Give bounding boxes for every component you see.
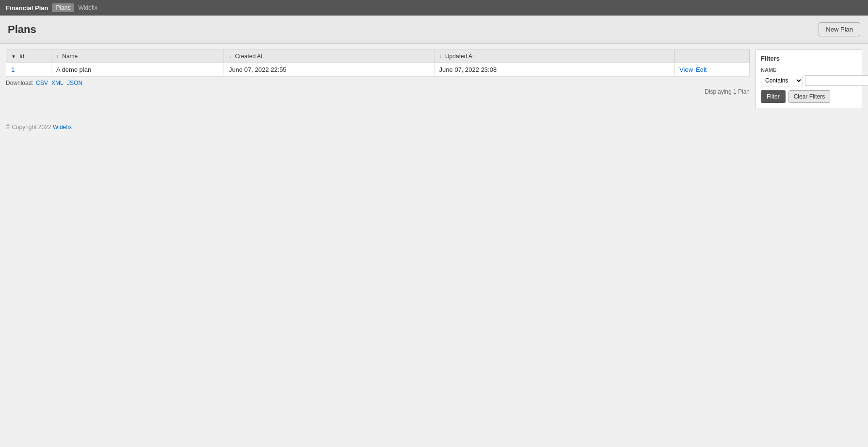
action-links: ViewEdit (679, 66, 744, 73)
download-csv[interactable]: CSV (36, 80, 48, 86)
col-header-id[interactable]: ▼ Id (6, 50, 51, 63)
filters-panel: Filters NAME Contains Equals Starts with… (755, 50, 862, 108)
clear-filters-button[interactable]: Clear Filters (788, 90, 831, 103)
filter-buttons: Filter Clear Filters (761, 90, 857, 103)
displaying-text: Displaying 1 Plan (705, 88, 750, 95)
edit-link[interactable]: Edit (696, 66, 707, 73)
table-row: 1A demo planJune 07, 2022 22:55June 07, … (6, 63, 750, 77)
col-header-updated-at[interactable]: ↕ Updated At (434, 50, 675, 63)
expand-icon: ▼ (11, 54, 16, 59)
widefix-footer-link[interactable]: Widefix (53, 124, 72, 131)
col-header-created-at[interactable]: ↕ Created At (224, 50, 434, 63)
download-xml[interactable]: XML (51, 80, 64, 86)
app-title: Financial Plan (6, 4, 48, 12)
col-id-label: Id (19, 53, 24, 60)
page-header: Plans New Plan (0, 16, 868, 44)
sort-icon-name: ↕ (56, 54, 59, 59)
filter-name-row: Contains Equals Starts with Ends with (761, 75, 857, 86)
cell-created-at: June 07, 2022 22:55 (224, 63, 434, 77)
col-header-name[interactable]: ↕ Name (51, 50, 224, 63)
table-section: ▼ Id ↕ Name ↕ Created At ↕ Updated At (6, 50, 750, 108)
page-title: Plans (8, 23, 36, 36)
page-footer: © Copyright 2022 Widefix (0, 114, 868, 140)
plans-table: ▼ Id ↕ Name ↕ Created At ↕ Updated At (6, 50, 750, 77)
download-json[interactable]: JSON (67, 80, 82, 86)
displaying-count: Displaying 1 Plan (6, 88, 750, 95)
row-id-link[interactable]: 1 (11, 66, 15, 73)
cell-actions: ViewEdit (675, 63, 750, 77)
filter-name-label: NAME (761, 67, 857, 73)
download-row: Download: CSV XML JSON (6, 80, 750, 86)
sort-icon-created: ↕ (229, 54, 231, 59)
cell-updated-at: June 07, 2022 23:08 (434, 63, 675, 77)
filters-title: Filters (761, 55, 857, 62)
sort-icon-updated: ↕ (439, 54, 442, 59)
copyright-text: © Copyright 2022 (6, 124, 51, 131)
new-plan-button[interactable]: New Plan (819, 22, 860, 36)
widefix-link[interactable]: Widefix (78, 4, 97, 11)
filter-contains-select[interactable]: Contains Equals Starts with Ends with (761, 75, 803, 86)
cell-id: 1 (6, 63, 51, 77)
download-label: Download: (6, 80, 33, 86)
main-content: ▼ Id ↕ Name ↕ Created At ↕ Updated At (0, 44, 868, 114)
cell-name: A demo plan (51, 63, 224, 77)
col-updated-label: Updated At (445, 53, 474, 60)
plans-badge[interactable]: Plans (52, 3, 74, 12)
table-header-row: ▼ Id ↕ Name ↕ Created At ↕ Updated At (6, 50, 750, 63)
filter-name-input[interactable] (805, 75, 868, 86)
col-created-label: Created At (235, 53, 262, 60)
col-name-label: Name (62, 53, 78, 60)
col-header-actions (675, 50, 750, 63)
topbar: Financial Plan Plans Widefix (0, 0, 868, 16)
filter-button[interactable]: Filter (761, 90, 786, 103)
view-link[interactable]: View (679, 66, 693, 73)
